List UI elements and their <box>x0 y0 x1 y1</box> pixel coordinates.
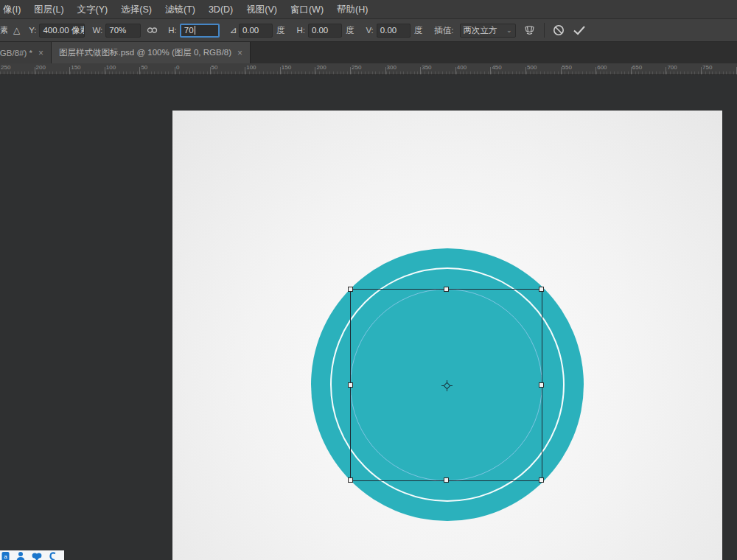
y-position-input[interactable]: 400.00 像素 <box>39 24 85 38</box>
menu-item-8[interactable]: 帮助(H) <box>330 0 374 19</box>
transform-handle-top-right[interactable] <box>539 287 544 292</box>
chevron-down-icon: ⌄ <box>506 27 512 34</box>
ruler-major-tick <box>69 67 70 74</box>
ruler-label: 50 <box>212 64 218 71</box>
ruler-major-tick <box>701 67 702 74</box>
app-icon[interactable]: a <box>1 551 10 560</box>
vertical-skew-input[interactable]: 0.00 <box>377 24 411 38</box>
ruler-major-tick <box>35 67 35 74</box>
ruler-label: 150 <box>71 64 80 71</box>
menu-item-5[interactable]: 3D(D) <box>202 0 240 19</box>
relative-position-icon[interactable]: △ <box>13 25 20 35</box>
transform-handle-middle-right[interactable] <box>539 382 544 388</box>
menu-item-2[interactable]: 文字(Y) <box>71 0 115 19</box>
ruler-major-tick <box>210 67 211 74</box>
ruler-label: 250 <box>352 64 361 71</box>
taskbar-strip: a <box>0 550 64 560</box>
ruler-label: 600 <box>597 64 607 71</box>
rotate-input[interactable]: 0.00 <box>239 24 273 38</box>
transform-handle-bottom-left[interactable] <box>348 477 353 483</box>
ruler-label: 0 <box>176 64 179 71</box>
transform-handle-top-left[interactable] <box>348 287 353 292</box>
ruler-major-tick <box>350 67 351 74</box>
ruler-label: 100 <box>246 64 256 71</box>
ruler-label: 450 <box>492 64 501 71</box>
ruler-major-tick <box>490 67 491 74</box>
ruler-major-tick <box>245 67 245 74</box>
svg-text:a: a <box>4 553 7 560</box>
warp-mode-icon[interactable] <box>522 22 538 38</box>
hskew-field-label: H: <box>296 26 305 35</box>
ruler-label: 100 <box>106 64 116 71</box>
transform-options-bar: 素 △ Y: 400.00 像素 W: 70% H: 70 ⊿ 0.00 度 H… <box>0 19 737 42</box>
menu-bar: 像(I)图层(L)文字(Y)选择(S)滤镜(T)3D(D)视图(V)窗口(W)帮… <box>0 0 737 19</box>
menu-item-4[interactable]: 滤镜(T) <box>158 0 202 19</box>
ruler-major-tick <box>280 67 281 74</box>
ruler-label: 750 <box>702 64 712 71</box>
ruler-major-tick <box>631 67 632 74</box>
document-tab-active[interactable]: 图层样式做图标.psd @ 100% (图层 0, RGB/8) × <box>52 42 251 63</box>
transform-reference-point[interactable] <box>443 382 451 390</box>
vskew-unit-label: 度 <box>414 25 423 36</box>
close-icon[interactable]: × <box>237 49 242 57</box>
transform-handle-bottom-middle[interactable] <box>444 477 449 483</box>
ruler-label: 700 <box>667 64 677 71</box>
hskew-unit-label: 度 <box>346 25 354 36</box>
canvas-area[interactable] <box>0 75 737 560</box>
width-field-label: W: <box>92 26 102 35</box>
tab-label: RGB/8#) * <box>0 49 32 57</box>
ruler-label: 250 <box>1 64 10 71</box>
ruler-major-tick <box>736 67 737 74</box>
ruler-major-tick <box>175 67 175 74</box>
ruler-label: 650 <box>632 64 642 71</box>
document-tab-bar: RGB/8#) * × 图层样式做图标.psd @ 100% (图层 0, RG… <box>0 42 737 63</box>
height-field-label: H: <box>168 26 177 35</box>
transform-handle-top-middle[interactable] <box>444 287 449 292</box>
ruler-major-tick <box>385 67 386 74</box>
ruler-label: 200 <box>316 64 326 71</box>
link-dimensions-icon[interactable] <box>147 27 158 34</box>
ruler-major-tick <box>420 67 421 74</box>
ruler-major-tick <box>595 67 596 74</box>
tab-label: 图层样式做图标.psd @ 100% (图层 0, RGB/8) <box>59 47 231 58</box>
rotate-unit-label: 度 <box>276 25 285 36</box>
ruler-major-tick <box>315 67 315 74</box>
hook-icon[interactable] <box>49 551 57 560</box>
interpolation-dropdown[interactable]: 两次立方⌄ <box>460 24 516 38</box>
y-field-label: Y: <box>29 26 36 35</box>
menu-item-6[interactable]: 视图(V) <box>240 0 284 19</box>
ruler-label: 500 <box>527 64 537 71</box>
horizontal-ruler[interactable]: 2502001501005005010015020025030035040045… <box>0 63 737 75</box>
transform-handle-middle-left[interactable] <box>348 382 353 388</box>
ruler-label: 300 <box>387 64 397 71</box>
rotate-angle-icon: ⊿ <box>230 25 237 35</box>
shapes-icon[interactable] <box>32 551 42 560</box>
ruler-major-tick <box>105 67 105 74</box>
document-canvas[interactable] <box>172 111 722 560</box>
width-scale-input[interactable]: 70% <box>105 24 141 38</box>
photoshop-window: 像(I)图层(L)文字(Y)选择(S)滤镜(T)3D(D)视图(V)窗口(W)帮… <box>0 0 737 560</box>
menu-item-1[interactable]: 图层(L) <box>27 0 70 19</box>
ruler-label: 400 <box>457 64 467 71</box>
text-caret <box>195 26 195 35</box>
options-separator <box>544 23 545 38</box>
ruler-label: 550 <box>562 64 572 71</box>
menu-item-0[interactable]: 像(I) <box>1 0 27 19</box>
free-transform-bounding-box[interactable] <box>350 289 542 481</box>
person-icon[interactable] <box>16 551 25 560</box>
ruler-major-tick <box>525 67 526 74</box>
cancel-transform-icon[interactable] <box>551 22 567 38</box>
close-icon[interactable]: × <box>38 49 43 57</box>
ruler-major-tick <box>666 67 666 74</box>
ruler-label: 50 <box>141 64 147 71</box>
document-tab-background[interactable]: RGB/8#) * × <box>0 42 52 63</box>
ruler-major-tick <box>561 67 562 74</box>
commit-transform-icon[interactable] <box>571 22 587 38</box>
horizontal-skew-input[interactable]: 0.00 <box>308 24 342 38</box>
height-scale-input[interactable]: 70 <box>180 24 220 38</box>
transform-handle-bottom-right[interactable] <box>539 477 544 483</box>
ruler-major-tick <box>139 67 140 74</box>
ruler-major-tick <box>455 67 456 74</box>
menu-item-7[interactable]: 窗口(W) <box>284 0 330 19</box>
menu-item-3[interactable]: 选择(S) <box>114 0 158 19</box>
